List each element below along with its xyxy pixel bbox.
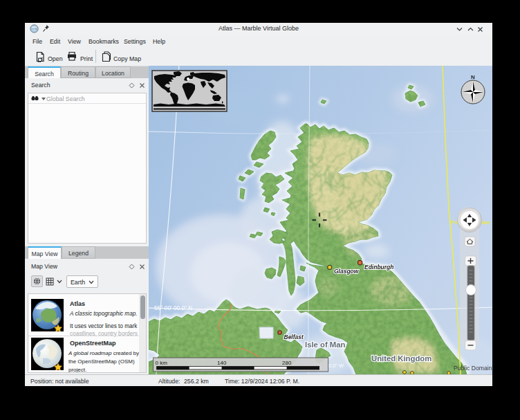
svg-text:N: N — [471, 74, 475, 80]
svg-text:140: 140 — [217, 360, 227, 366]
svg-text:Glasgow: Glasgow — [334, 268, 360, 275]
svg-text:0 km: 0 km — [156, 360, 168, 366]
svg-text:Edinburgh: Edinburgh — [364, 264, 394, 271]
svg-text:55° 00' 00.0" N: 55° 00' 00.0" N — [154, 304, 192, 311]
svg-text:Isle of Man: Isle of Man — [305, 340, 345, 349]
svg-text:United Kingdom: United Kingdom — [371, 354, 431, 363]
svg-text:280: 280 — [282, 360, 292, 366]
svg-text:Belfast: Belfast — [284, 334, 305, 340]
svg-text:Public Domain: Public Domain — [454, 365, 492, 372]
